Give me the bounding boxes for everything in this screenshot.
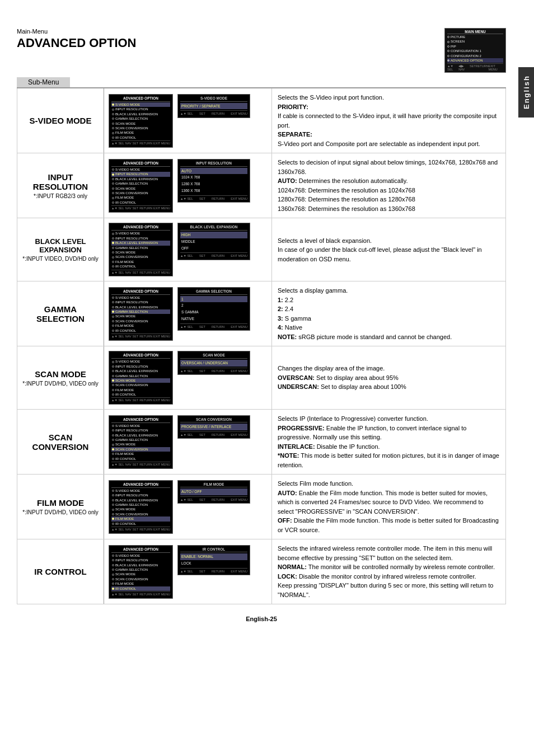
feature-name-text: INPUT RESOLUTION [20,172,101,191]
tab-label: English [522,76,531,110]
osd-inner: ADVANCED OPTIONS-VIDEO MODEINPUT RESOLUT… [109,223,267,276]
section-row-ir-control: IR CONTROL ADVANCED OPTIONS-VIDEO MODEIN… [17,539,506,604]
dot-icon [447,55,449,57]
description-gamma-selection: Selects a display gamma.1: 2.22: 2.43: S… [272,281,506,346]
osd-screens-gamma-selection: ADVANCED OPTIONS-VIDEO MODEINPUT RESOLUT… [104,281,272,346]
dot-filled-icon [447,59,449,62]
osd-right-black-level-expansion: BLACK LEVEL EXPANSIONHIGHMIDDLEOFF▲▼ SEL… [177,223,250,260]
osd-left-black-level-expansion: ADVANCED OPTIONS-VIDEO MODEINPUT RESOLUT… [109,223,173,276]
feature-name-black-level-expansion: BLACK LEVELEXPANSION*:INPUT VIDEO, DVD/H… [17,218,104,281]
section-row-scan-conversion: SCAN CONVERSION ADVANCED OPTIONS-VIDEO M… [17,410,506,475]
language-tab: English [518,67,534,118]
section-row-scan-mode: SCAN MODE*:INPUT DVD/HD, VIDEO only ADVA… [17,346,506,410]
osd-inner: ADVANCED OPTIONS-VIDEO MODEINPUT RESOLUT… [109,94,267,148]
top-osd-item-active: ADVANCED OPTION [447,58,503,63]
osd-inner: ADVANCED OPTIONS-VIDEO MODEINPUT RESOLUT… [109,159,267,213]
feature-name-scan-conversion: SCAN CONVERSION [17,410,104,475]
description-film-mode: Selects Film mode function.AUTO: Enable … [272,475,506,539]
osd-right-gamma-selection: GAMMA SELECTION12S GAMMANATIVE▲▼ SELSETR… [177,287,250,331]
dot-icon [447,36,449,38]
top-osd-title: MAIN MENU [447,30,503,34]
feature-name-text: SCAN MODE [20,369,101,379]
osd-screens-scan-mode: ADVANCED OPTIONS-VIDEO MODEINPUT RESOLUT… [104,346,272,410]
top-osd-item: CONFIGURATION 1 [447,49,503,53]
osd-right-film-mode: FILM MODEAUTO / OFF▲▼ SELSETRETURNEXIT M… [177,480,250,504]
osd-inner: ADVANCED OPTIONS-VIDEO MODEINPUT RESOLUT… [109,545,267,599]
feature-name-input-resolution: INPUT RESOLUTION*:INPUT RGB2/3 only [17,153,104,218]
osd-screens-scan-conversion: ADVANCED OPTIONS-VIDEO MODEINPUT RESOLUT… [104,410,272,475]
osd-screens-black-level-expansion: ADVANCED OPTIONS-VIDEO MODEINPUT RESOLUT… [104,218,272,281]
osd-left-gamma-selection: ADVANCED OPTIONS-VIDEO MODEINPUT RESOLUT… [109,287,173,341]
description-scan-conversion: Selects IP (Interlace to Progressive) co… [272,410,506,475]
description-ir-control: Selects the infrared wireless remote con… [272,539,506,604]
section-row-s-video-mode: S-VIDEO MODE ADVANCED OPTIONS-VIDEO MODE… [17,88,506,153]
description-s-video-mode: Selects the S-Video input port function.… [272,88,506,153]
submenu-row: Sub-Menu [17,77,506,87]
feature-name-film-mode: FILM MODE*:INPUT DVD/HD, VIDEO only [17,475,104,539]
feature-name-text: BLACK LEVELEXPANSION [20,237,101,254]
feature-name-text: S-VIDEO MODE [20,116,101,125]
osd-right-ir-control: IR CONTROLENABLE: NORMALLOCK▲▼ SELSETRET… [177,545,250,576]
osd-screens-input-resolution: ADVANCED OPTIONS-VIDEO MODEINPUT RESOLUT… [104,153,272,218]
page-title: ADVANCED OPTION [17,36,137,50]
top-osd-item: SCREEN [447,39,503,44]
osd-right-input-resolution: INPUT RESOLUTIONAUTO1024 X 7681280 X 768… [177,159,250,203]
osd-right-scan-conversion: SCAN CONVERSIONPROGRESSIVE / INTERLACE▲▼… [177,415,250,439]
osd-inner: ADVANCED OPTIONS-VIDEO MODEINPUT RESOLUT… [109,287,267,341]
osd-left-input-resolution: ADVANCED OPTIONS-VIDEO MODEINPUT RESOLUT… [109,159,173,213]
feature-name-ir-control: IR CONTROL [17,539,104,604]
section-row-input-resolution: INPUT RESOLUTION*:INPUT RGB2/3 only ADVA… [17,153,506,218]
feature-name-gamma-selection: GAMMA SELECTION [17,281,104,346]
feature-name-text: GAMMA SELECTION [20,304,101,323]
osd-inner: ADVANCED OPTIONS-VIDEO MODEINPUT RESOLUT… [109,480,267,534]
feature-name-text: SCAN CONVERSION [20,433,101,452]
osd-right-scan-mode: SCAN MODEOVERSCAN / UNDERSCAN▲▼ SELSETRE… [177,351,250,375]
feature-sub-label: *:INPUT DVD/HD, VIDEO only [20,381,101,387]
dot-icon [447,45,449,48]
section-row-black-level-expansion: BLACK LEVELEXPANSION*:INPUT VIDEO, DVD/H… [17,218,506,281]
top-osd-item: PIP [447,44,503,49]
feature-sub-label: *:INPUT VIDEO, DVD/HD only [20,256,101,262]
osd-left-ir-control: ADVANCED OPTIONS-VIDEO MODEINPUT RESOLUT… [109,545,173,599]
dot-icon [447,50,449,52]
feature-name-scan-mode: SCAN MODE*:INPUT DVD/HD, VIDEO only [17,346,104,410]
description-input-resolution: Selects to decision of input signal abou… [272,153,506,218]
osd-inner: ADVANCED OPTIONS-VIDEO MODEINPUT RESOLUT… [109,415,267,469]
osd-inner: ADVANCED OPTIONS-VIDEO MODEINPUT RESOLUT… [109,351,267,405]
content-table: S-VIDEO MODE ADVANCED OPTIONS-VIDEO MODE… [17,87,506,604]
osd-left-s-video-mode: ADVANCED OPTIONS-VIDEO MODEINPUT RESOLUT… [109,94,173,148]
top-osd-item: CONFIGURATION 2 [447,54,503,58]
osd-right-s-video-mode: S-VIDEO MODEPRIORITY / SEPARATE▲▼ SELSET… [177,94,250,118]
osd-screens-ir-control: ADVANCED OPTIONS-VIDEO MODEINPUT RESOLUT… [104,539,272,604]
top-osd-nav: ▲▼ SEL◀▶ NAVSETRETURNEXIT MENU [447,63,503,71]
osd-left-film-mode: ADVANCED OPTIONS-VIDEO MODEINPUT RESOLUT… [109,480,173,534]
section-row-film-mode: FILM MODE*:INPUT DVD/HD, VIDEO only ADVA… [17,475,506,539]
description-black-level-expansion: Selects a level of black expansion.In ca… [272,218,506,281]
osd-screens-s-video-mode: ADVANCED OPTIONS-VIDEO MODEINPUT RESOLUT… [104,88,272,153]
feature-sub-label: *:INPUT DVD/HD, VIDEO only [20,509,101,515]
dot-icon [447,41,449,43]
main-menu-label: Main-Menu [17,28,137,35]
osd-left-scan-mode: ADVANCED OPTIONS-VIDEO MODEINPUT RESOLUT… [109,351,173,405]
osd-left-scan-conversion: ADVANCED OPTIONS-VIDEO MODEINPUT RESOLUT… [109,415,173,469]
page-container: English Main-Menu ADVANCED OPTION MAIN M… [0,0,534,756]
feature-sub-label: *:INPUT RGB2/3 only [20,193,101,199]
header-left: Main-Menu ADVANCED OPTION [17,28,137,53]
main-content: Main-Menu ADVANCED OPTION MAIN MENU PICT… [17,28,512,622]
submenu-label: Sub-Menu [17,77,70,87]
top-osd-item: PICTURE [447,35,503,39]
section-row-gamma-selection: GAMMA SELECTION ADVANCED OPTIONS-VIDEO M… [17,281,506,346]
feature-name-text: IR CONTROL [20,567,101,576]
feature-name-s-video-mode: S-VIDEO MODE [17,88,104,153]
page-number: English-25 [17,616,506,622]
osd-screens-film-mode: ADVANCED OPTIONS-VIDEO MODEINPUT RESOLUT… [104,475,272,539]
top-osd-preview: MAIN MENU PICTURE SCREEN PIP CONFIGURATI… [444,28,506,73]
description-scan-mode: Changes the display area of the image.OV… [272,346,506,410]
header-section: Main-Menu ADVANCED OPTION MAIN MENU PICT… [17,28,506,73]
feature-name-text: FILM MODE [20,498,101,508]
